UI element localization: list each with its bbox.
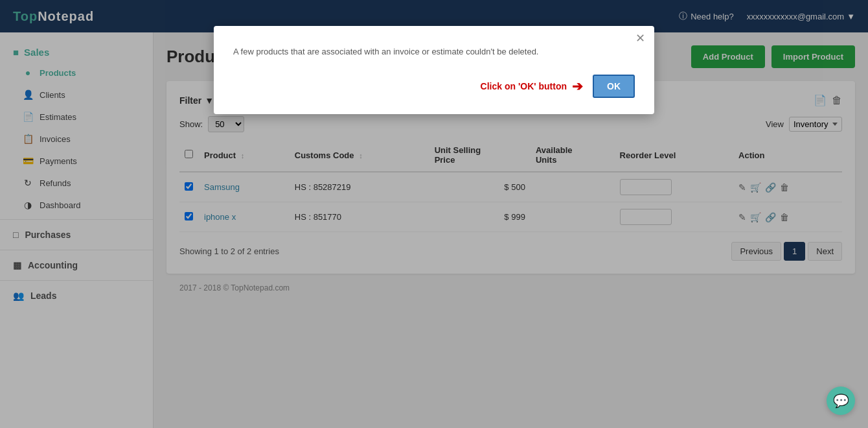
modal-close-button[interactable]: ✕ bbox=[635, 32, 645, 44]
ok-button[interactable]: OK bbox=[593, 75, 635, 98]
modal-message: A few products that are associated with … bbox=[233, 45, 635, 58]
modal-instruction: Click on 'OK' button ➔ bbox=[481, 78, 583, 94]
modal-dialog: ✕ A few products that are associated wit… bbox=[214, 26, 654, 114]
chat-bubble[interactable]: 💬 bbox=[827, 386, 855, 415]
modal-instruction-text: Click on 'OK' button bbox=[481, 81, 567, 91]
arrow-right-icon: ➔ bbox=[572, 78, 583, 94]
modal-overlay: ✕ A few products that are associated wit… bbox=[0, 0, 868, 428]
modal-footer: Click on 'OK' button ➔ OK bbox=[233, 75, 635, 98]
chat-icon: 💬 bbox=[833, 393, 849, 409]
